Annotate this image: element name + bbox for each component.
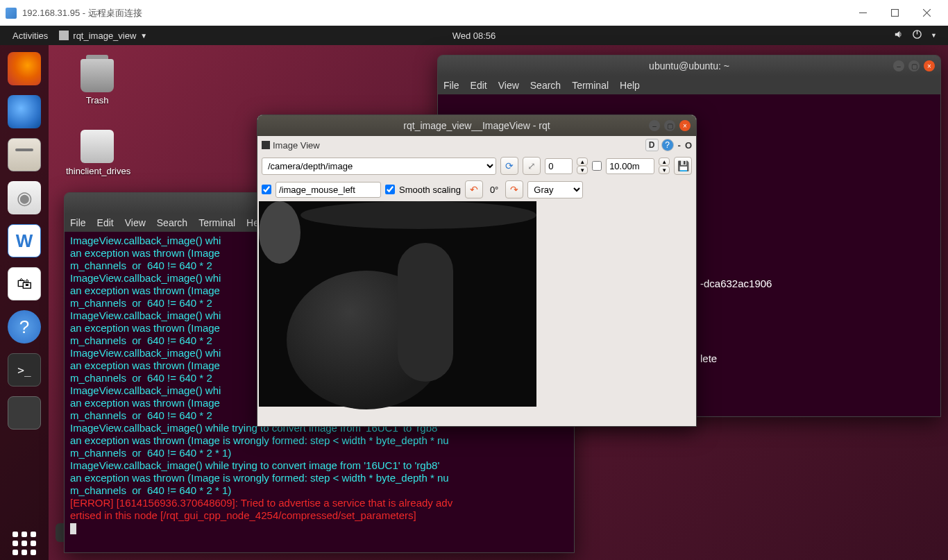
chevron-down-icon[interactable]: ▼ <box>931 32 937 39</box>
rqt-titlebar[interactable]: rqt_image_view__ImageView - rqt – ▢ × <box>257 115 696 136</box>
clock[interactable]: Wed 08:56 <box>452 31 496 41</box>
close-icon[interactable]: × <box>679 120 691 131</box>
maximize-button[interactable] <box>879 3 911 24</box>
dock: W ? <box>0 45 49 560</box>
dock-libreoffice-writer[interactable]: W <box>8 224 41 257</box>
depth-image-view[interactable] <box>259 201 536 407</box>
terminal-bg-fragment-done: lete <box>700 353 935 365</box>
maximize-icon[interactable]: ▢ <box>664 120 675 131</box>
rqt-window[interactable]: rqt_image_view__ImageView - rqt – ▢ × Im… <box>257 114 697 427</box>
trash-icon <box>81 59 114 92</box>
rqt-dash[interactable]: - <box>678 140 681 151</box>
save-image-button[interactable]: 💾 <box>674 157 692 175</box>
rotate-right-button[interactable]: ↷ <box>505 180 523 198</box>
rqt-panel-header: Image View D ? - O <box>257 136 696 154</box>
dock-firefox[interactable] <box>8 52 41 85</box>
topic-select[interactable]: /camera/depth/image <box>262 158 496 175</box>
menu-view[interactable]: View <box>125 217 146 228</box>
minimize-button[interactable] <box>847 3 879 24</box>
menu-help[interactable]: Help <box>620 80 640 91</box>
show-applications-button[interactable] <box>8 527 41 560</box>
mouse-publish-checkbox[interactable] <box>262 185 271 194</box>
menu-search[interactable]: Search <box>530 80 561 91</box>
terminal-bg-title: ubuntu@ubuntu: ~ <box>649 60 729 71</box>
menu-file[interactable]: File <box>443 80 459 91</box>
smooth-scaling-label: Smooth scaling <box>399 185 461 195</box>
rqt-panel-icon <box>262 141 270 149</box>
terminal-bg-fragment-id: -dca632ac1906 <box>700 278 935 290</box>
menu-view[interactable]: View <box>498 80 519 91</box>
chevron-down-icon: ▼ <box>140 32 147 40</box>
drive-icon <box>81 130 114 163</box>
svg-rect-1 <box>891 10 898 17</box>
refresh-button[interactable]: ⟳ <box>500 157 518 175</box>
max-field[interactable] <box>606 158 654 174</box>
menu-search[interactable]: Search <box>157 217 187 228</box>
num-down-button[interactable]: ▼ <box>577 166 588 174</box>
power-icon[interactable] <box>912 29 922 42</box>
num-field[interactable] <box>545 158 573 174</box>
menu-edit[interactable]: Edit <box>97 217 114 228</box>
menu-edit[interactable]: Edit <box>471 80 487 91</box>
max-up-button[interactable]: ▲ <box>659 158 670 166</box>
rqt-o-button[interactable]: O <box>685 140 692 151</box>
minimize-icon[interactable]: – <box>893 60 904 71</box>
gnome-topbar: Activities rqt_image_view ▼ Wed 08:56 ▼ <box>0 26 948 45</box>
smooth-scaling-checkbox[interactable] <box>385 185 395 194</box>
dock-rhythmbox[interactable] <box>8 181 41 214</box>
dock-window[interactable] <box>8 396 41 430</box>
menu-terminal[interactable]: Terminal <box>198 217 235 228</box>
volume-icon[interactable] <box>893 29 904 42</box>
ubuntu-desktop: Activities rqt_image_view ▼ Wed 08:56 ▼ … <box>0 26 948 560</box>
dock-thunderbird[interactable] <box>8 95 41 128</box>
trash-label: Trash <box>66 95 128 105</box>
maximize-icon[interactable]: ▢ <box>908 60 920 71</box>
rqt-title: rqt_image_view__ImageView - rqt <box>403 120 550 131</box>
rotation-label: 0° <box>490 185 498 195</box>
rqt-help-icon[interactable]: ? <box>661 139 674 151</box>
rotate-left-button[interactable]: ↶ <box>465 180 483 198</box>
app-menu-label: rqt_image_view <box>73 31 136 41</box>
dock-files[interactable] <box>8 138 41 171</box>
dynamic-range-checkbox[interactable] <box>592 161 602 171</box>
drive-label: thinclient_drives <box>66 166 128 176</box>
rqt-d-button[interactable]: D <box>645 139 659 151</box>
menu-terminal[interactable]: Terminal <box>572 80 609 91</box>
dock-terminal[interactable] <box>8 353 41 387</box>
close-button[interactable] <box>911 3 942 24</box>
rdp-titlebar: 192.168.31.95 - 远程桌面连接 <box>0 0 948 26</box>
terminal-bg-menu: File Edit View Search Terminal Help <box>438 76 940 94</box>
colormap-select[interactable]: Gray <box>527 181 583 198</box>
rdp-icon <box>6 8 17 19</box>
rdp-title: 192.168.31.95 - 远程桌面连接 <box>22 7 142 19</box>
num-up-button[interactable]: ▲ <box>577 158 588 166</box>
terminal-bg-titlebar[interactable]: ubuntu@ubuntu: ~ – ▢ × <box>438 56 940 76</box>
max-down-button[interactable]: ▼ <box>659 166 670 174</box>
rqt-row-options: Smooth scaling ↶ 0° ↷ Gray <box>257 178 696 201</box>
desktop-trash[interactable]: Trash <box>66 59 128 105</box>
zoom-fit-button[interactable]: ⤢ <box>523 157 541 175</box>
rqt-row-topic: /camera/depth/image ⟳ ⤢ ▲ ▼ ▲ ▼ 💾 <box>257 154 696 178</box>
activities-button[interactable]: Activities <box>7 28 53 44</box>
menu-file[interactable]: File <box>70 217 86 228</box>
app-menu[interactable]: rqt_image_view ▼ <box>53 28 153 44</box>
desktop-thinclient-drives[interactable]: thinclient_drives <box>66 130 128 176</box>
rqt-body: Image View D ? - O /camera/depth/image ⟳… <box>257 136 696 407</box>
app-menu-icon <box>59 31 69 40</box>
mouse-topic-field[interactable] <box>276 182 381 198</box>
close-icon[interactable]: × <box>924 60 935 71</box>
minimize-icon[interactable]: – <box>649 120 660 131</box>
dock-software[interactable] <box>8 267 41 300</box>
dock-help[interactable]: ? <box>8 310 41 343</box>
rqt-panel-title: Image View <box>273 140 320 151</box>
